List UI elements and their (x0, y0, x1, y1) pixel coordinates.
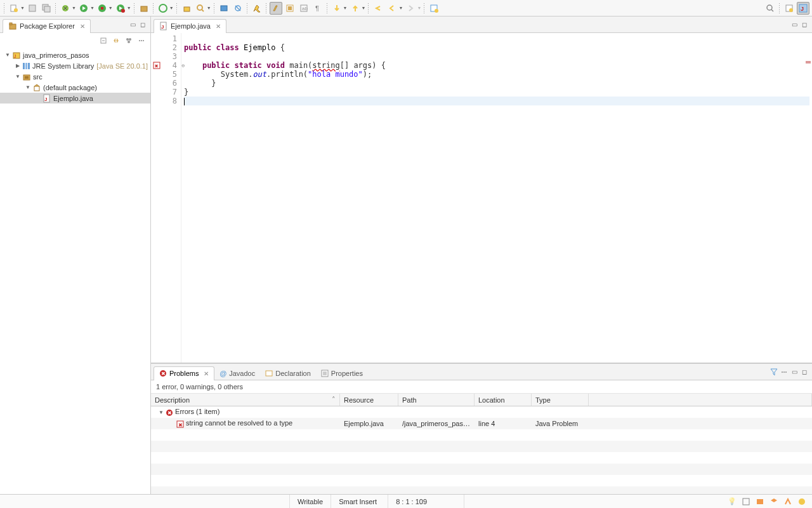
overview-error-marker[interactable] (806, 61, 811, 64)
tab-problems[interactable]: ✖Problems✕ (154, 366, 214, 380)
quick-access-button[interactable] (764, 2, 776, 15)
debug-dropdown[interactable]: ▼ (72, 6, 76, 10)
open-perspective-button[interactable] (428, 2, 440, 15)
maximize-icon[interactable]: ◻ (138, 20, 148, 30)
table-header[interactable]: Description ˄ResourcePathLocationType (151, 394, 812, 406)
close-icon[interactable]: ✕ (80, 23, 85, 30)
problem-row[interactable]: ✖ string cannot be resolved to a typeEje… (151, 418, 812, 429)
prev-annotation-dropdown[interactable]: ▼ (362, 6, 366, 10)
run-last-button[interactable] (114, 2, 127, 15)
col-header[interactable]: Type (532, 394, 589, 406)
next-annotation-button[interactable] (331, 2, 343, 15)
grip[interactable] (326, 3, 329, 14)
error-group-row[interactable]: ▼ ✖ Errors (1 item) (151, 406, 812, 418)
grip[interactable] (213, 3, 216, 14)
prev-annotation-button[interactable] (349, 2, 362, 15)
minimize-icon[interactable]: ▭ (789, 20, 799, 30)
tab-properties[interactable]: Properties (316, 366, 368, 380)
new-class-dropdown[interactable]: ▼ (169, 6, 174, 10)
marker-bar[interactable]: ✖ (151, 33, 162, 363)
run-last-dropdown[interactable]: ▼ (127, 6, 131, 10)
tip-icon[interactable]: 💡 (727, 497, 737, 507)
forward-dropdown[interactable]: ▼ (417, 6, 421, 10)
svg-text:ab: ab (302, 6, 308, 11)
link-editor-icon[interactable] (111, 36, 121, 46)
tree-item[interactable]: ▼src (0, 71, 150, 82)
new-class-button[interactable] (157, 2, 169, 15)
focus-task-icon[interactable] (124, 36, 134, 46)
view-menu-icon[interactable] (136, 36, 147, 46)
maximize-icon[interactable]: ◻ (799, 367, 809, 377)
grip[interactable] (423, 3, 426, 14)
col-header[interactable]: Location (475, 394, 532, 406)
search-button[interactable] (194, 2, 207, 15)
show-whitespace-button[interactable]: ab (298, 2, 310, 15)
search-dropdown[interactable]: ▼ (207, 6, 211, 10)
run-button[interactable] (77, 2, 90, 15)
grip[interactable] (265, 3, 268, 14)
run-dropdown[interactable]: ▼ (90, 6, 95, 10)
tutorials-icon[interactable] (769, 497, 779, 507)
tab-declaration[interactable]: Declaration (260, 366, 316, 380)
tree-item[interactable]: ▼(default package) (0, 82, 150, 93)
editor-tab[interactable]: J Ejemplo.java ✕ (154, 19, 226, 33)
samples-icon[interactable] (783, 497, 793, 507)
new-package-button[interactable] (138, 2, 150, 15)
grip[interactable] (778, 3, 781, 14)
tree-item[interactable]: ▶JRE System Library[Java SE 20.0.1] (0, 60, 150, 71)
overview-icon[interactable] (755, 497, 765, 507)
last-edit-button[interactable] (372, 2, 384, 15)
grip[interactable] (367, 3, 370, 14)
coverage-dropdown[interactable]: ▼ (108, 6, 113, 10)
editor-tabbar: J Ejemplo.java ✕ ▭ ◻ (151, 17, 812, 33)
tree-item[interactable]: JEjemplo.java (0, 93, 150, 104)
tree-item[interactable]: ▼Jjava_primeros_pasos (0, 50, 150, 60)
project-tree[interactable]: ▼Jjava_primeros_pasos▶JRE System Library… (0, 48, 150, 494)
grip[interactable] (55, 3, 57, 14)
back-dropdown[interactable]: ▼ (398, 6, 403, 10)
toggle-breadcrumb-button[interactable] (218, 2, 230, 15)
collapse-all-icon[interactable] (98, 36, 108, 46)
open-perspective-icon[interactable] (783, 2, 796, 15)
close-icon[interactable]: ✕ (204, 370, 209, 377)
col-header[interactable]: Resource (340, 394, 398, 406)
col-header[interactable]: Description ˄ (151, 394, 340, 406)
pin-button[interactable] (251, 2, 263, 15)
minimize-icon[interactable]: ▭ (128, 20, 138, 30)
forward-button[interactable] (404, 2, 417, 15)
next-annotation-dropdown[interactable]: ▼ (343, 6, 348, 10)
col-header[interactable]: Path (398, 394, 475, 406)
grip[interactable] (176, 3, 178, 14)
save-all-button[interactable] (40, 2, 53, 15)
coverage-button[interactable] (96, 2, 108, 15)
minimize-icon[interactable]: ▭ (789, 367, 799, 377)
open-type-button[interactable] (180, 2, 193, 15)
grip[interactable] (133, 3, 136, 14)
code-editor[interactable]: ✖ 1234⊖5678 public class Ejemplo { publi… (151, 33, 812, 363)
grip[interactable] (3, 3, 6, 14)
block-selection-button[interactable] (284, 2, 296, 15)
filter-icon[interactable] (769, 367, 779, 377)
problems-table[interactable]: Description ˄ResourcePathLocationType ▼ … (151, 394, 812, 494)
back-button[interactable] (386, 2, 398, 15)
grip[interactable] (246, 3, 249, 14)
mark-occurrences-button[interactable] (270, 2, 282, 15)
save-button[interactable] (26, 2, 39, 15)
debug-button[interactable] (59, 2, 72, 15)
grip[interactable] (152, 3, 155, 14)
line-gutter[interactable]: 1234⊖5678 (162, 33, 181, 363)
paragraph-button[interactable]: ¶ (311, 2, 324, 15)
code-area[interactable]: public class Ejemplo { public static voi… (181, 33, 812, 363)
table-body[interactable]: ▼ ✖ Errors (1 item)✖ string cannot be re… (151, 406, 812, 494)
view-menu-icon[interactable] (779, 367, 789, 377)
new-dropdown[interactable]: ▼ (20, 6, 25, 10)
tab-javadoc[interactable]: @Javadoc (214, 366, 260, 380)
maximize-icon[interactable]: ◻ (799, 20, 809, 30)
java-perspective-button[interactable]: J (797, 2, 809, 15)
whatsnew-icon[interactable] (797, 497, 807, 507)
new-button[interactable] (8, 2, 20, 15)
close-icon[interactable]: ✕ (216, 23, 221, 30)
pe-tab[interactable]: Package Explorer ✕ (3, 19, 91, 33)
updates-icon[interactable] (741, 497, 751, 507)
skip-breakpoints-button[interactable] (232, 2, 244, 15)
